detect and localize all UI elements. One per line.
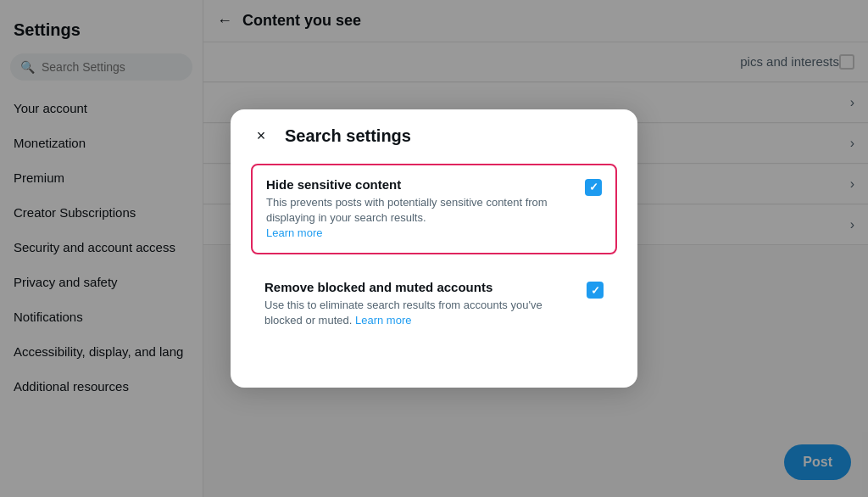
remove-blocked-learn-more[interactable]: Learn more (355, 314, 411, 327)
modal-header: × Search settings (251, 126, 617, 147)
search-settings-modal: × Search settings Hide sensitive content… (231, 109, 637, 388)
modal-close-button[interactable]: × (251, 126, 271, 147)
hide-sensitive-learn-more[interactable]: Learn more (266, 226, 322, 239)
hide-sensitive-option: Hide sensitive content This prevents pos… (251, 164, 617, 255)
remove-blocked-option: Remove blocked and muted accounts Use th… (251, 268, 617, 340)
modal-overlay: × Search settings Hide sensitive content… (0, 0, 868, 497)
remove-blocked-checkbox[interactable] (587, 282, 604, 299)
remove-blocked-desc: Use this to eliminate search results fro… (264, 298, 576, 328)
hide-sensitive-checkbox[interactable] (585, 179, 602, 196)
hide-sensitive-desc: This prevents posts with potentially sen… (266, 195, 575, 242)
hide-sensitive-label: Hide sensitive content (266, 177, 575, 192)
modal-title: Search settings (285, 126, 411, 146)
remove-blocked-label: Remove blocked and muted accounts (264, 280, 576, 294)
